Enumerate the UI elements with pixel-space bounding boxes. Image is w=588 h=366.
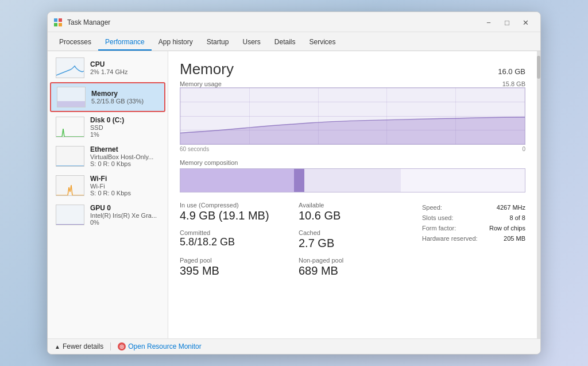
- ethernet-sub1: VirtualBox Host-Only...: [90, 153, 153, 160]
- stat-inuse: In use (Compressed) 4.9 GB (19.1 MB): [180, 202, 294, 222]
- tab-users[interactable]: Users: [235, 34, 267, 51]
- chart-time: 60 seconds 0: [180, 146, 525, 152]
- svg-rect-9: [56, 176, 84, 196]
- stat-slots-row: Slots used: 8 of 8: [422, 214, 525, 221]
- usage-label-text: Memory usage: [180, 80, 222, 87]
- sidebar-item-memory[interactable]: Memory 5.2/15.8 GB (33%): [50, 82, 165, 112]
- wifi-info: Wi-Fi Wi-Fi S: 0 R: 0 Kbps: [90, 175, 131, 197]
- ethernet-thumbnail: [56, 146, 84, 167]
- cpu-info: CPU 2% 1.74 GHz: [90, 60, 127, 75]
- comp-modified: [294, 169, 304, 192]
- chevron-up-icon: ▲: [55, 344, 60, 350]
- resource-monitor-icon: ◎: [118, 342, 126, 350]
- stat-nonpaged: Non-paged pool 689 MB: [299, 257, 413, 278]
- composition-bar: [180, 168, 525, 192]
- stat-inuse-label: In use (Compressed): [180, 202, 294, 209]
- memory-info: Memory 5.2/15.8 GB (33%): [91, 90, 144, 105]
- cpu-sub: 2% 1.74 GHz: [90, 68, 127, 75]
- tabbar: Processes Performance App history Startu…: [48, 34, 540, 51]
- sidebar-item-cpu[interactable]: CPU 2% 1.74 GHz: [50, 54, 165, 82]
- memory-title: Memory: [180, 60, 234, 78]
- form-value: Row of chips: [489, 225, 525, 232]
- hwres-label: Hardware reserved:: [422, 235, 478, 242]
- stat-paged-label: Paged pool: [180, 257, 294, 264]
- svg-rect-1: [59, 18, 62, 22]
- usage-chart-section: Memory usage 15.8 GB: [180, 80, 525, 152]
- window-controls: − □ ✕: [481, 17, 533, 28]
- titlebar: Task Manager − □ ✕: [48, 12, 540, 32]
- stat-hwres-row: Hardware reserved: 205 MB: [422, 235, 525, 242]
- disk-sub1: SSD: [90, 124, 124, 131]
- stat-nonpaged-label: Non-paged pool: [299, 257, 413, 264]
- usage-chart-svg: [180, 88, 525, 144]
- hwres-value: 205 MB: [504, 235, 525, 242]
- ethernet-info: Ethernet VirtualBox Host-Only... S: 0 R:…: [90, 145, 153, 167]
- stat-paged-value: 395 MB: [180, 264, 294, 278]
- speed-label: Speed:: [422, 204, 442, 211]
- minimize-button[interactable]: −: [481, 17, 497, 28]
- sidebar-item-disk[interactable]: Disk 0 (C:) SSD 1%: [50, 113, 165, 141]
- stat-committed-label: Committed: [180, 229, 294, 236]
- svg-rect-10: [56, 205, 84, 225]
- gpu-info: GPU 0 Intel(R) Iris(R) Xe Gra... 0%: [90, 204, 157, 226]
- composition-section: Memory composition: [180, 159, 525, 192]
- svg-rect-7: [56, 117, 84, 137]
- sidebar-item-wifi[interactable]: Wi-Fi Wi-Fi S: 0 R: 0 Kbps: [50, 171, 165, 200]
- tab-app-history[interactable]: App history: [152, 34, 200, 51]
- bottombar-divider: [110, 342, 111, 350]
- sidebar: CPU 2% 1.74 GHz Memory 5.2/15.8 GB (33%): [48, 51, 168, 338]
- scrollbar[interactable]: [537, 51, 540, 338]
- comp-standby: [304, 169, 401, 192]
- slots-value: 8 of 8: [509, 214, 525, 221]
- stat-form-row: Form factor: Row of chips: [422, 225, 525, 232]
- fewer-details-label: Fewer details: [63, 342, 103, 350]
- scrollbar-thumb[interactable]: [537, 56, 540, 79]
- disk-info: Disk 0 (C:) SSD 1%: [90, 116, 124, 138]
- tab-processes[interactable]: Processes: [52, 34, 98, 51]
- stat-cached-value: 2.7 GB: [299, 236, 413, 250]
- gpu-thumbnail: [56, 205, 84, 225]
- stat-speed-row: Speed: 4267 MHz: [422, 204, 525, 211]
- time-start: 60 seconds: [180, 146, 209, 152]
- wifi-sub1: Wi-Fi: [90, 183, 131, 190]
- window-title: Task Manager: [67, 18, 481, 26]
- ethernet-label: Ethernet: [90, 145, 153, 153]
- stat-committed-value: 5.8/18.2 GB: [180, 236, 294, 248]
- stat-nonpaged-value: 689 MB: [299, 264, 413, 278]
- app-icon: [53, 18, 63, 27]
- disk-thumbnail: [56, 117, 84, 137]
- svg-rect-0: [54, 18, 57, 22]
- stat-cached-label: Cached: [299, 229, 413, 236]
- open-resource-monitor-button[interactable]: ◎ Open Resource Monitor: [118, 342, 201, 350]
- svg-rect-6: [57, 101, 86, 107]
- form-label: Form factor:: [422, 225, 456, 232]
- memory-label: Memory: [91, 90, 144, 98]
- maximize-button[interactable]: □: [499, 17, 515, 28]
- tab-details[interactable]: Details: [268, 34, 303, 51]
- ethernet-sub2: S: 0 R: 0 Kbps: [90, 160, 153, 167]
- stat-paged: Paged pool 395 MB: [180, 257, 294, 278]
- svg-rect-2: [54, 23, 57, 26]
- close-button[interactable]: ✕: [517, 17, 533, 28]
- fewer-details-button[interactable]: ▲ Fewer details: [55, 342, 103, 350]
- sidebar-item-ethernet[interactable]: Ethernet VirtualBox Host-Only... S: 0 R:…: [50, 142, 165, 171]
- cpu-label: CPU: [90, 60, 127, 68]
- stats-right: Speed: 4267 MHz Slots used: 8 of 8 Form …: [422, 202, 525, 278]
- content-area: Memory 16.0 GB Memory usage 15.8 GB: [168, 51, 537, 338]
- stat-cached: Cached 2.7 GB: [299, 229, 413, 250]
- disk-label: Disk 0 (C:): [90, 116, 124, 124]
- stats-grid: In use (Compressed) 4.9 GB (19.1 MB) Ava…: [180, 202, 413, 278]
- sidebar-item-gpu[interactable]: GPU 0 Intel(R) Iris(R) Xe Gra... 0%: [50, 201, 165, 229]
- svg-rect-4: [56, 58, 84, 78]
- bottombar: ▲ Fewer details ◎ Open Resource Monitor: [48, 338, 540, 354]
- disk-sub2: 1%: [90, 131, 124, 138]
- tab-performance[interactable]: Performance: [98, 34, 152, 51]
- memory-sub: 5.2/15.8 GB (33%): [91, 98, 144, 105]
- stat-available: Available 10.6 GB: [299, 202, 413, 222]
- tab-startup[interactable]: Startup: [200, 34, 236, 51]
- tab-services[interactable]: Services: [303, 34, 343, 51]
- open-resource-monitor-label: Open Resource Monitor: [128, 342, 201, 350]
- cpu-thumbnail: [56, 57, 84, 78]
- usage-chart-box: [180, 87, 525, 145]
- stat-available-label: Available: [299, 202, 413, 209]
